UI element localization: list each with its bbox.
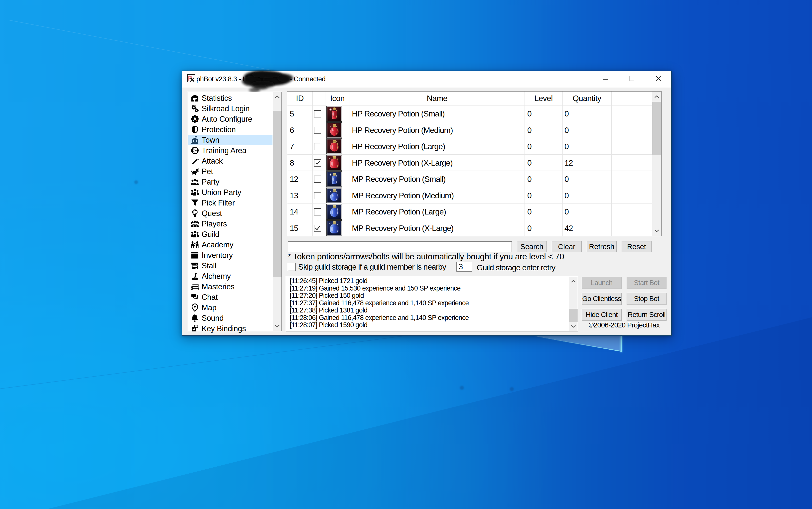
- svg-text:A: A: [193, 116, 197, 122]
